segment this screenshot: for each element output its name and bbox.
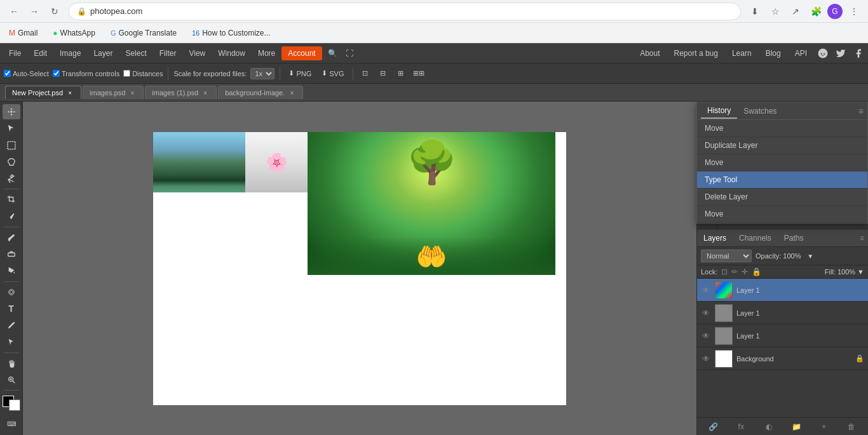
forward-button[interactable]: → xyxy=(25,3,43,20)
url-bar[interactable]: 🔒 photopea.com xyxy=(69,3,741,20)
fullscreen-button[interactable]: ⛶ xyxy=(342,46,356,60)
tool-magic-wand[interactable] xyxy=(3,171,20,186)
export-svg-btn[interactable]: ⬇ SVG xyxy=(318,68,347,79)
extensions-icon[interactable]: 🧩 xyxy=(807,3,825,20)
menu-window[interactable]: Window xyxy=(212,46,252,60)
menu-edit[interactable]: Edit xyxy=(27,46,53,60)
history-item-move1[interactable]: Move xyxy=(697,120,867,137)
menu-report-bug[interactable]: Report a bug xyxy=(669,46,723,60)
download-icon[interactable]: ⬇ xyxy=(746,3,764,20)
paths-tab[interactable]: Paths xyxy=(778,231,810,245)
swatches-tab[interactable]: Swatches xyxy=(737,104,783,118)
menu-api[interactable]: API xyxy=(790,46,812,60)
tab-background-image[interactable]: background-image. × xyxy=(218,86,303,99)
color-swatch[interactable] xyxy=(3,396,20,411)
layer-item-background[interactable]: 👁 Background 🔒 xyxy=(697,347,868,370)
tab-close-new-project[interactable]: × xyxy=(65,88,74,97)
layer-visibility-2[interactable]: 👁 xyxy=(701,308,711,318)
layer-visibility-bg[interactable]: 👁 xyxy=(701,354,711,364)
auto-select-check[interactable]: Auto-Select xyxy=(4,70,49,77)
menu-filter[interactable]: Filter xyxy=(153,46,183,60)
lock-transparent-icon[interactable]: ⊡ xyxy=(721,267,728,276)
tool-crop[interactable] xyxy=(3,192,20,207)
history-menu-icon[interactable]: ≡ xyxy=(858,106,864,116)
layer-visibility-1[interactable]: 👁 xyxy=(701,285,711,295)
layer-item-1[interactable]: 👁 Layer 1 xyxy=(697,279,868,302)
layer-visibility-3[interactable]: 👁 xyxy=(701,331,711,341)
distances-check[interactable]: Distances xyxy=(123,70,163,77)
back-button[interactable]: ← xyxy=(5,3,23,20)
tool-type[interactable]: T xyxy=(3,301,20,316)
tool-paint-bucket[interactable] xyxy=(3,263,20,278)
layer-item-3[interactable]: 👁 Layer 1 xyxy=(697,325,868,347)
layer-group-btn[interactable]: 📁 xyxy=(790,420,803,433)
facebook-icon[interactable] xyxy=(851,46,865,60)
reload-button[interactable]: ↻ xyxy=(46,3,64,20)
tool-move[interactable] xyxy=(3,104,20,119)
menu-image[interactable]: Image xyxy=(53,46,87,60)
menu-learn[interactable]: Learn xyxy=(727,46,757,60)
channels-tab[interactable]: Channels xyxy=(733,231,778,245)
search-button[interactable]: 🔍 xyxy=(326,46,340,60)
bookmark-add-icon[interactable]: ☆ xyxy=(766,3,784,20)
bookmark-google-translate[interactable]: G Google Translate xyxy=(107,27,180,39)
canvas-area[interactable]: 🌸 🌳 🤲 xyxy=(23,102,696,435)
fill-dropdown[interactable]: ▼ xyxy=(857,268,864,276)
menu-view[interactable]: View xyxy=(182,46,212,60)
tool-pointer[interactable] xyxy=(3,121,20,136)
menu-file[interactable]: File xyxy=(3,46,27,60)
history-tab[interactable]: History xyxy=(701,104,737,119)
menu-account[interactable]: Account xyxy=(281,46,322,60)
history-item-type-tool[interactable]: Type Tool xyxy=(697,171,867,189)
tool-path-select[interactable] xyxy=(3,334,20,349)
blend-mode-select[interactable]: Normal Multiply Screen xyxy=(701,250,752,262)
lock-image-icon[interactable]: ✏ xyxy=(731,267,738,276)
opacity-dropdown[interactable]: ▼ xyxy=(807,253,813,260)
layers-tab[interactable]: Layers xyxy=(697,231,733,245)
tab-images-1[interactable]: images (1).psd × xyxy=(145,86,217,99)
keyboard-shortcut-icon[interactable]: ⌨ xyxy=(3,415,20,432)
tool-eraser[interactable] xyxy=(3,246,20,262)
bookmark-customize[interactable]: 16 How to Customize... xyxy=(188,27,275,39)
tab-close-images[interactable]: × xyxy=(128,88,137,97)
layer-add-btn[interactable]: + xyxy=(818,420,831,433)
history-item-move3[interactable]: Move xyxy=(697,206,867,223)
tool-lasso[interactable] xyxy=(3,154,20,170)
align-left-icon[interactable]: ⊡ xyxy=(358,67,372,81)
reddit-icon[interactable] xyxy=(816,46,830,60)
lock-position-icon[interactable]: ✛ xyxy=(742,267,748,276)
profile-icon[interactable]: G xyxy=(827,4,843,19)
scale-select[interactable]: 1x 2x xyxy=(250,68,275,79)
layer-mask-btn[interactable]: ◐ xyxy=(763,420,775,433)
align-grid-icon[interactable]: ⊞⊞ xyxy=(412,67,426,81)
tab-close-images-1[interactable]: × xyxy=(201,88,210,97)
layer-effect-btn[interactable]: fx xyxy=(735,420,747,433)
twitter-icon[interactable] xyxy=(834,46,848,60)
tab-new-project[interactable]: New Project.psd × xyxy=(5,86,81,99)
bookmark-whatsapp[interactable]: ● WhatsApp xyxy=(49,27,99,39)
transform-controls-check[interactable]: Transform controls xyxy=(53,70,119,77)
history-item-duplicate[interactable]: Duplicate Layer xyxy=(697,137,867,154)
menu-dots-icon[interactable]: ⋮ xyxy=(845,3,863,20)
export-png-btn[interactable]: ⬇ PNG xyxy=(285,68,315,79)
background-color[interactable] xyxy=(9,399,20,411)
bookmark-gmail[interactable]: M Gmail xyxy=(5,27,41,39)
tool-brush[interactable] xyxy=(3,230,20,245)
tool-hand[interactable] xyxy=(3,355,20,370)
menu-more[interactable]: More xyxy=(252,46,281,60)
layer-delete-btn[interactable]: 🗑 xyxy=(845,420,858,433)
tool-eyedropper[interactable] xyxy=(3,209,20,224)
menu-select[interactable]: Select xyxy=(119,46,153,60)
menu-blog[interactable]: Blog xyxy=(761,46,786,60)
layer-link-btn[interactable]: 🔗 xyxy=(707,420,720,433)
history-item-delete-layer[interactable]: Delete Layer xyxy=(697,189,867,206)
align-right-icon[interactable]: ⊞ xyxy=(394,67,408,81)
history-item-move2[interactable]: Move xyxy=(697,154,867,171)
tool-blur[interactable] xyxy=(3,284,20,299)
layers-menu-icon[interactable]: ≡ xyxy=(856,234,868,243)
align-center-icon[interactable]: ⊟ xyxy=(376,67,390,81)
tab-close-background-image[interactable]: × xyxy=(287,88,296,97)
tool-pen[interactable] xyxy=(3,318,20,333)
tool-zoom[interactable] xyxy=(3,372,20,387)
lock-all-icon[interactable]: 🔒 xyxy=(752,267,761,276)
